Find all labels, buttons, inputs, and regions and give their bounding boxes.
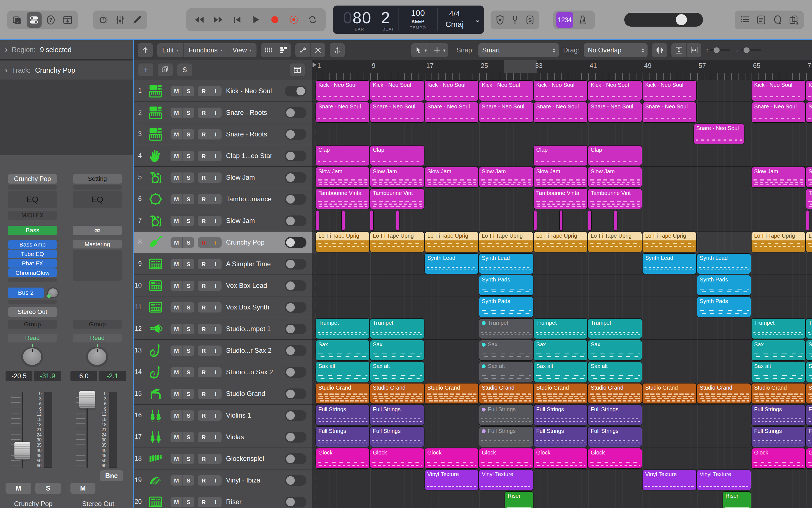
track-mute-button[interactable]: M <box>171 151 182 161</box>
region-synth-pads[interactable]: Synth Pads <box>479 297 533 317</box>
track-on-off-toggle[interactable] <box>285 475 306 486</box>
eq-thumbnail[interactable]: EQ <box>8 191 57 208</box>
region-slow-jam[interactable]: Slow Jam <box>370 167 424 187</box>
track-input-monitor-button[interactable]: I <box>210 324 222 334</box>
mixer-icon[interactable] <box>113 12 128 28</box>
track-mute-button[interactable]: M <box>171 129 182 139</box>
track-name[interactable]: Snare - Roots <box>226 123 284 145</box>
track-name[interactable]: Vox Box Lead <box>226 275 284 296</box>
track-name[interactable]: Clap 1...eo Star <box>226 145 284 166</box>
region-glock[interactable]: Glock <box>370 449 424 468</box>
vertical-auto-zoom-icon[interactable] <box>671 43 686 57</box>
track-inspector-header[interactable]: › Track: Crunchy Pop <box>0 61 133 80</box>
send-bus-button[interactable]: Bus 2 <box>8 288 44 298</box>
track-record-button[interactable]: R <box>198 454 210 464</box>
region-clap[interactable]: Clap <box>588 145 642 166</box>
gain-slot[interactable] <box>73 185 122 190</box>
region-studio-grand[interactable]: Studio Grand <box>588 383 642 404</box>
channel-setting-button[interactable]: Crunchy Pop <box>8 174 57 183</box>
track-header-18[interactable]: 18MSRIGlockenspiel <box>134 448 312 469</box>
record-button[interactable] <box>267 12 283 28</box>
region-snare-neo-soul[interactable]: Snare - Neo Soul <box>643 102 696 122</box>
region-slow-jam[interactable]: Slow Jam <box>806 167 812 187</box>
library-icon[interactable]: ♪ <box>10 12 25 28</box>
track-name[interactable]: Violins 1 <box>226 405 284 426</box>
track-input-monitor-button[interactable]: I <box>210 129 222 139</box>
track-lane-6[interactable]: Tambourine VintaTambourine VintTambourin… <box>312 188 812 210</box>
track-mute-button[interactable]: M <box>171 454 182 464</box>
eq-thumbnail[interactable]: EQ <box>73 191 122 208</box>
track-header-19[interactable]: 19MSRIVinyl - Ibiza <box>134 469 312 491</box>
region-glock[interactable]: Glock <box>316 449 370 468</box>
region-tambourine-vint[interactable]: Tambourine Vint <box>588 189 642 209</box>
group-slot[interactable]: Group <box>73 320 122 329</box>
region-lo-fi-tape-uprig[interactable]: Lo-Fi Tape Uprig <box>643 232 696 252</box>
empty-fx-area[interactable] <box>73 250 122 281</box>
audio-fx-plugin-button[interactable]: Phat FX <box>8 259 57 267</box>
catch-playhead-icon[interactable] <box>138 43 153 57</box>
track-lane-7[interactable] <box>312 210 812 231</box>
region-sax-alt[interactable]: Sax alt <box>806 362 812 382</box>
region-kick-neo-soul[interactable]: Kick - Neo Soul <box>588 81 642 101</box>
editors-pencil-icon[interactable] <box>129 12 144 28</box>
track-input-monitor-button[interactable]: I <box>210 345 222 356</box>
stereo-format-button[interactable]: ⚮ <box>73 226 122 235</box>
track-name[interactable]: A Simpler Time <box>226 253 284 274</box>
region-kick-neo-soul[interactable]: Kick - Neo Soul <box>370 81 424 101</box>
region-lo-fi-tape-uprig[interactable]: Lo-Fi Tape Uprig <box>370 232 424 252</box>
region-full-strings[interactable]: Full Strings <box>534 405 587 425</box>
track-mute-button[interactable]: M <box>171 86 182 96</box>
track-on-off-toggle[interactable] <box>285 151 306 161</box>
track-solo-button[interactable]: S <box>182 432 195 442</box>
track-solo-button[interactable]: S <box>182 129 195 139</box>
region-synth-pads[interactable]: Synth Pads <box>697 276 751 295</box>
region-glock[interactable]: Glock <box>806 449 812 468</box>
region-synth-lead[interactable]: Synth Lead <box>425 254 478 274</box>
region-full-strings[interactable]: Full Strings <box>806 427 812 447</box>
track-record-button[interactable]: R <box>198 108 210 118</box>
region-riser[interactable]: Riser <box>505 492 533 508</box>
region-short[interactable] <box>370 210 373 230</box>
region-short[interactable] <box>806 210 809 230</box>
region-synth-lead[interactable]: Synth Lead <box>643 254 696 274</box>
region-short[interactable] <box>560 210 563 230</box>
track-lane-14[interactable]: Sax altSax altSax altSax altSax altSax a… <box>312 361 812 383</box>
region-short[interactable] <box>396 210 399 230</box>
track-lane-10[interactable]: Synth PadsSynth Pads <box>312 275 812 296</box>
track-solo-button[interactable]: S <box>182 108 195 118</box>
track-name[interactable]: Slow Jam <box>226 167 284 188</box>
track-input-monitor-button[interactable]: I <box>210 194 222 204</box>
track-lane-17[interactable]: Full StringsFull StringsFull StringsFull… <box>312 426 812 448</box>
region-kick-neo-soul[interactable]: Kick - Neo Soul <box>425 81 478 101</box>
track-on-off-toggle[interactable] <box>285 345 306 356</box>
track-lane-4[interactable]: ClapClapClapClap <box>312 145 812 167</box>
track-header-15[interactable]: 15MSRIStudio Grand <box>134 383 312 405</box>
region-snare-neo-soul[interactable]: Snare - Neo Soul <box>479 102 533 122</box>
track-record-button[interactable]: R <box>198 259 210 269</box>
region-sax[interactable]: Sax <box>370 340 424 360</box>
region-short[interactable] <box>342 210 345 230</box>
track-lane-9[interactable]: Synth LeadSynth LeadSynth LeadSynth Lead <box>312 253 812 275</box>
track-header-8[interactable]: 8MSRICrunchy Pop <box>134 231 312 253</box>
automation-mode-button[interactable]: Read <box>8 334 57 342</box>
region-snare-neo-soul[interactable]: Snare - Neo Soul <box>694 124 744 144</box>
track-solo-button[interactable]: S <box>177 64 192 76</box>
region-vinyl-texture[interactable]: Vinyl Texture <box>425 470 478 490</box>
bounce-button[interactable]: Bnc <box>100 470 123 481</box>
track-solo-button[interactable]: S <box>182 237 195 248</box>
track-solo-button[interactable]: S <box>182 216 195 226</box>
region-kick-neo-soul[interactable]: Kick - Neo Soul <box>534 81 587 101</box>
track-solo-button[interactable]: S <box>182 302 195 312</box>
track-lane-19[interactable]: Vinyl TextureVinyl TextureVinyl TextureV… <box>312 469 812 491</box>
region-vinyl-texture[interactable]: Vinyl Texture <box>697 470 751 490</box>
region-studio-grand[interactable]: Studio Grand <box>697 383 751 404</box>
track-mute-button[interactable]: M <box>171 432 182 442</box>
region-sax[interactable]: Sax <box>316 340 370 360</box>
track-header-4[interactable]: 4MSRIClap 1...eo Star <box>134 145 312 167</box>
track-name[interactable]: Snare - Roots <box>226 102 284 123</box>
region-short[interactable] <box>588 210 591 230</box>
track-on-off-toggle[interactable] <box>285 367 306 378</box>
region-sax[interactable]: Sax <box>588 340 642 360</box>
track-input-monitor-button[interactable]: I <box>210 259 222 269</box>
track-mute-button[interactable]: M <box>171 216 182 226</box>
